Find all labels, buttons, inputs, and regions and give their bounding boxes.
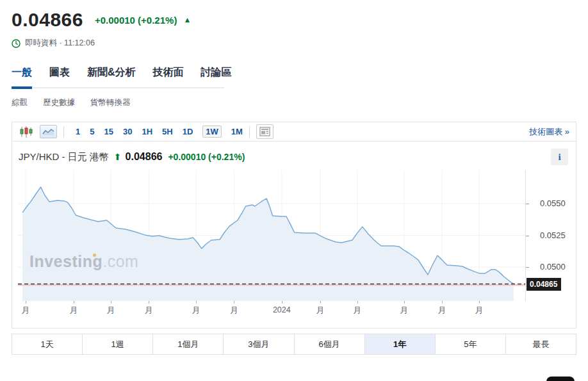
timeframe-1d[interactable]: 1D: [183, 127, 193, 136]
x-axis-label: 月: [22, 305, 30, 316]
tab-news-analysis[interactable]: 新聞&分析: [87, 66, 136, 87]
timeframe-5h[interactable]: 5H: [162, 127, 173, 136]
tab-technical[interactable]: 技術面: [153, 66, 184, 87]
range-1m[interactable]: 1個月: [152, 334, 223, 354]
price-chart[interactable]: Investing.com 0.05500.05250.05000.04865: [12, 170, 576, 301]
chart-card: 1515301H5H1D1W1M 技術圖表 » JPY/HKD - 日元 港幣 …: [12, 122, 576, 328]
clock-icon: [12, 39, 20, 48]
timeframe-list: 1515301H5H1D1W1M: [76, 126, 243, 138]
timeframe-1w[interactable]: 1W: [202, 126, 222, 138]
x-tick-mark: [479, 301, 480, 304]
timeframe-15[interactable]: 15: [104, 127, 113, 136]
x-axis: 月月月月月月2024月月月月月: [12, 301, 576, 318]
y-tick-mark: [526, 267, 529, 268]
y-axis-label: 0.0500: [540, 262, 566, 272]
range-6m[interactable]: 6個月: [294, 334, 364, 354]
x-axis-label: 月: [316, 305, 325, 316]
x-tick-mark: [320, 301, 321, 304]
x-axis-label: 月: [400, 305, 408, 316]
candlestick-chart-icon[interactable]: [19, 125, 34, 139]
up-arrow-icon: ⬆: [114, 152, 122, 162]
range-3m[interactable]: 3個月: [223, 334, 293, 354]
range-selector: 1天1週1個月3個月6個月1年5年最長: [12, 334, 576, 355]
x-tick-mark: [74, 301, 74, 304]
main-tab-bar: 一般圖表新聞&分析技術面討論區: [12, 66, 224, 88]
info-icon[interactable]: i: [551, 149, 568, 165]
x-tick-mark: [357, 301, 358, 304]
y-axis: 0.05500.05250.05000.04865: [525, 170, 576, 301]
range-max[interactable]: 最長: [505, 334, 576, 354]
chart-plot[interactable]: [18, 170, 525, 301]
y-tick-mark: [526, 204, 529, 204]
x-tick-mark: [196, 301, 197, 304]
x-axis-label: 月: [230, 305, 238, 316]
toolbar-divider: [63, 126, 64, 138]
y-axis-label: 0.0550: [540, 199, 566, 208]
x-axis-label: 2024: [273, 305, 291, 314]
y-tick-mark: [526, 236, 529, 236]
instrument-header: 0.04866 +0.00010 (+0.21%) ▲ 即時資料 · 11:12…: [0, 0, 588, 49]
instrument-price: 0.04866: [12, 9, 83, 31]
range-1w[interactable]: 1週: [82, 334, 152, 354]
x-axis-label: 月: [192, 305, 200, 316]
x-axis-label: 月: [70, 305, 78, 316]
timeframe-30[interactable]: 30: [123, 127, 132, 136]
chart-header: JPY/HKD - 日元 港幣 ⬆ 0.04866 +0.00010 (+0.2…: [12, 142, 576, 170]
subnav-currency-converter[interactable]: 貨幣轉換器: [90, 97, 131, 108]
x-axis-label: 月: [354, 305, 362, 316]
watermark: Investing.com: [29, 252, 138, 271]
chart-toolbar: 1515301H5H1D1W1M 技術圖表 »: [12, 122, 576, 142]
subnav-historical-data[interactable]: 歷史數據: [43, 97, 75, 108]
instrument-change: +0.00010 (+0.21%): [95, 15, 177, 26]
tab-general[interactable]: 一般: [12, 66, 32, 89]
subnav-overview[interactable]: 綜觀: [12, 97, 28, 108]
x-axis-label: 月: [145, 305, 153, 316]
x-tick-mark: [149, 301, 149, 304]
x-axis-label: 月: [438, 305, 446, 316]
chart-pair-title: JPY/HKD - 日元 港幣: [19, 151, 109, 163]
area-chart-icon[interactable]: [40, 125, 57, 138]
x-tick-mark: [111, 301, 111, 304]
x-axis-label: 月: [475, 305, 484, 316]
timeframe-5[interactable]: 5: [90, 127, 94, 136]
tab-charts[interactable]: 圖表: [49, 66, 70, 87]
y-axis-label: 0.0525: [540, 231, 566, 240]
timeframe-1m[interactable]: 1M: [231, 127, 243, 136]
up-triangle-icon: ▲: [183, 15, 191, 24]
x-tick-mark: [282, 301, 282, 304]
x-tick-mark: [442, 301, 443, 304]
watermark-i-dot: [93, 254, 96, 257]
x-tick-mark: [26, 301, 26, 304]
timeframe-1h[interactable]: 1H: [142, 127, 152, 136]
toolbar-divider: [249, 126, 250, 138]
timeframe-1[interactable]: 1: [76, 127, 80, 136]
technical-chart-link[interactable]: 技術圖表 »: [529, 126, 569, 138]
sub-nav: 綜觀歷史數據貨幣轉換器: [12, 97, 588, 108]
realtime-status: 即時資料 · 11:12:06: [25, 38, 95, 49]
range-5y[interactable]: 5年: [435, 334, 505, 354]
current-price-tag: 0.04865: [527, 278, 561, 291]
floating-widget-button[interactable]: [546, 377, 575, 381]
tab-comments[interactable]: 討論區: [201, 66, 232, 87]
x-tick-mark: [234, 301, 234, 304]
news-panel-icon[interactable]: [256, 124, 274, 139]
range-1d[interactable]: 1天: [12, 334, 82, 354]
chart-change: +0.00010 (+0.21%): [168, 152, 245, 162]
x-axis-label: 月: [107, 305, 115, 316]
chart-price: 0.04866: [126, 151, 163, 163]
x-tick-mark: [404, 301, 405, 304]
range-1y[interactable]: 1年: [364, 334, 435, 354]
